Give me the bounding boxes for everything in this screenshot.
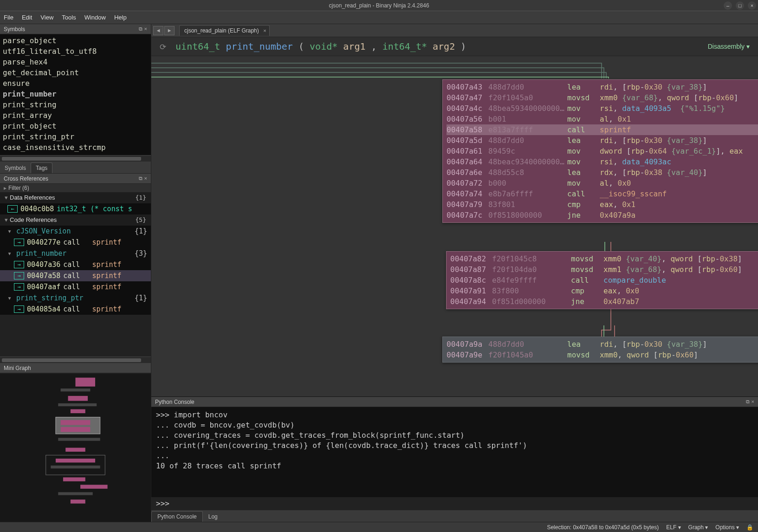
tab-symbols[interactable]: Symbols bbox=[0, 163, 31, 173]
h-scrollbar[interactable] bbox=[0, 357, 151, 363]
menu-bar: FileEditViewToolsWindowHelp bbox=[0, 11, 758, 24]
status-view[interactable]: Graph ▾ bbox=[688, 524, 708, 531]
xref-row[interactable]: → 00407a58 callsprintf bbox=[0, 270, 151, 281]
console-tab[interactable]: Log bbox=[203, 512, 223, 522]
graph-block[interactable]: 00407a43488d7dd0leardi, [rbp-0x30 {var_3… bbox=[442, 79, 758, 223]
maximize-icon[interactable]: □ bbox=[736, 1, 744, 10]
symbol-item[interactable]: print_string bbox=[3, 99, 148, 110]
menu-edit[interactable]: Edit bbox=[22, 14, 32, 21]
view-mode-dropdown[interactable]: Disassembly ▾ bbox=[708, 43, 750, 50]
disasm-row[interactable]: 00407a6e488d55c8leardx, [rbp-0x38 {var_4… bbox=[447, 167, 758, 178]
detach-icon[interactable]: ⧉ bbox=[746, 399, 750, 405]
graph-block[interactable]: 00407a9a488d7dd0leardi, [rbp-0x30 {var_3… bbox=[442, 337, 758, 363]
symbol-item[interactable]: print_string_ptr bbox=[3, 131, 148, 142]
svg-rect-15 bbox=[58, 492, 92, 495]
status-selection: Selection: 0x407a58 to 0x407a5d (0x5 byt… bbox=[547, 524, 659, 531]
symbol-item[interactable]: case_insensitive_strcmp bbox=[3, 142, 148, 153]
close-panel-icon[interactable]: × bbox=[144, 26, 147, 32]
disasm-row[interactable]: 00407a7c0f8518000000jne0x407a9a bbox=[447, 210, 758, 221]
symbols-title: Symbols bbox=[4, 26, 25, 32]
status-format[interactable]: ELF ▾ bbox=[666, 524, 680, 531]
disasm-row[interactable]: 00407a82f20f1045c8movsdxmm0 {var_40}, qw… bbox=[450, 253, 758, 264]
close-panel-icon[interactable]: × bbox=[144, 175, 147, 182]
xref-section-head[interactable]: ▾Data References{1} bbox=[0, 192, 151, 203]
status-options[interactable]: Options ▾ bbox=[715, 524, 739, 531]
main-tab[interactable]: cjson_read_plain (ELF Graph) × bbox=[179, 25, 270, 36]
disasm-row[interactable]: 00407a87f20f104da0movsdxmm1 {var_68}, qw… bbox=[450, 264, 758, 275]
sig-return-type: uint64_t bbox=[175, 41, 220, 52]
xref-section-head[interactable]: ▾Code References{5} bbox=[0, 214, 151, 226]
menu-window[interactable]: Window bbox=[84, 14, 106, 21]
symbol-item[interactable]: ensure bbox=[3, 78, 148, 89]
xref-group[interactable]: ▾print_string_ptr{1} bbox=[0, 292, 151, 304]
xref-row[interactable]: ← 0040c0b8 int32_t (* const s bbox=[0, 203, 151, 214]
symbol-item[interactable]: print_object bbox=[3, 121, 148, 131]
disasm-row[interactable]: 00407a9183f800cmpeax, 0x0 bbox=[450, 285, 758, 296]
svg-rect-6 bbox=[61, 420, 91, 425]
disasm-row[interactable]: 00407a940f851d000000jne0x407ab7 bbox=[450, 296, 758, 307]
disasm-row[interactable]: 00407a4c48bea59340000000…movrsi, data_40… bbox=[447, 103, 758, 114]
disasm-row[interactable]: 00407a58e813a7ffffcallsprintf bbox=[447, 124, 758, 135]
xref-row[interactable]: → 00407aaf callsprintf bbox=[0, 281, 151, 292]
console-line: ... bbox=[156, 451, 753, 461]
nav-back-button[interactable]: ◀ bbox=[153, 26, 163, 35]
tab-tags[interactable]: Tags bbox=[31, 162, 52, 173]
symbols-list[interactable]: parse_objectutf16_literal_to_utf8parse_h… bbox=[0, 34, 151, 155]
menu-help[interactable]: Help bbox=[114, 14, 127, 21]
disasm-row[interactable]: 00407a56b001moval, 0x1 bbox=[447, 114, 758, 124]
svg-rect-9 bbox=[65, 448, 85, 452]
symbol-item[interactable]: parse_hex4 bbox=[3, 57, 148, 67]
symbols-panel-header: Symbols ⧉ × bbox=[0, 24, 151, 34]
sig-func-name[interactable]: print_number bbox=[226, 41, 293, 52]
menu-file[interactable]: File bbox=[4, 14, 13, 21]
svg-rect-14 bbox=[80, 485, 107, 489]
lock-icon[interactable]: 🔒 bbox=[746, 524, 753, 531]
disasm-row[interactable]: 00407a43488d7dd0leardi, [rbp-0x30 {var_3… bbox=[447, 82, 758, 92]
minimize-icon[interactable]: – bbox=[724, 1, 732, 10]
xref-row[interactable]: → 004085a4 callsprintf bbox=[0, 304, 151, 315]
disasm-row[interactable]: 00407a9a488d7dd0leardi, [rbp-0x30 {var_3… bbox=[447, 339, 758, 350]
svg-rect-16 bbox=[71, 500, 85, 504]
disasm-row[interactable]: 00407a72b000moval, 0x0 bbox=[447, 178, 758, 188]
symbol-item[interactable]: print_array bbox=[3, 110, 148, 121]
disasm-row[interactable]: 00407a47f20f1045a0movsdxmm0 {var_68}, qw… bbox=[447, 92, 758, 103]
detach-icon[interactable]: ⧉ bbox=[139, 175, 143, 182]
symbol-item[interactable]: parse_object bbox=[3, 35, 148, 46]
disasm-row[interactable]: 00407a5d488d7dd0leardi, [rbp-0x30 {var_3… bbox=[447, 135, 758, 146]
console-line: 10 of 28 traces call sprintf bbox=[156, 461, 753, 471]
graph-canvas[interactable]: 00407a43488d7dd0leardi, [rbp-0x30 {var_3… bbox=[151, 56, 758, 396]
disasm-row[interactable]: 00407a6189459cmovdword [rbp-0x64 {var_6c… bbox=[447, 146, 758, 156]
svg-rect-2 bbox=[68, 396, 88, 401]
refresh-icon[interactable]: ⟳ bbox=[160, 42, 166, 52]
menu-view[interactable]: View bbox=[40, 14, 53, 21]
xref-group[interactable]: ▾cJSON_Version{1} bbox=[0, 226, 151, 237]
close-tab-icon[interactable]: × bbox=[263, 28, 266, 33]
disasm-row[interactable]: 00407a9ef20f1045a0movsdxmm0, qword [rbp-… bbox=[447, 350, 758, 360]
graph-block[interactable]: 00407a82f20f1045c8movsdxmm0 {var_40}, qw… bbox=[446, 251, 758, 309]
xref-row[interactable]: → 0040277e callsprintf bbox=[0, 237, 151, 248]
symbol-item[interactable]: print_number bbox=[3, 89, 148, 99]
xrefs-header: Cross References ⧉ × bbox=[0, 174, 151, 184]
disasm-row[interactable]: 00407a6448beac9340000000…movrsi, data_40… bbox=[447, 156, 758, 167]
minigraph-title: Mini Graph bbox=[4, 365, 31, 371]
xref-group[interactable]: ▾print_number{3} bbox=[0, 248, 151, 259]
detach-icon[interactable]: ⧉ bbox=[139, 26, 143, 32]
xref-row[interactable]: → 00407a36 callsprintf bbox=[0, 259, 151, 270]
xrefs-filter[interactable]: ▸Filter (6) bbox=[0, 184, 151, 192]
minigraph-header: Mini Graph bbox=[0, 363, 151, 373]
symbol-item[interactable]: get_decimal_point bbox=[3, 67, 148, 78]
close-icon[interactable]: × bbox=[748, 1, 756, 10]
disasm-row[interactable]: 00407a7983f801cmpeax, 0x1 bbox=[447, 199, 758, 210]
disasm-row[interactable]: 00407a8ce84fe9ffffcallcompare_double bbox=[450, 275, 758, 285]
nav-fwd-button[interactable]: ▶ bbox=[164, 26, 175, 35]
console-line: >>> import bncov bbox=[156, 410, 753, 420]
disasm-row[interactable]: 00407a74e8b7a6ffffcall__isoc99_sscanf bbox=[447, 188, 758, 199]
menu-tools[interactable]: Tools bbox=[62, 14, 76, 21]
close-panel-icon[interactable]: × bbox=[752, 399, 754, 405]
console-input[interactable]: >>> bbox=[151, 497, 758, 510]
minigraph[interactable] bbox=[0, 373, 151, 522]
status-bar: Selection: 0x407a58 to 0x407a5d (0x5 byt… bbox=[0, 522, 758, 532]
symbol-item[interactable]: utf16_literal_to_utf8 bbox=[3, 46, 148, 57]
console-tab[interactable]: Python Console bbox=[151, 511, 203, 522]
h-scrollbar[interactable] bbox=[0, 155, 151, 162]
